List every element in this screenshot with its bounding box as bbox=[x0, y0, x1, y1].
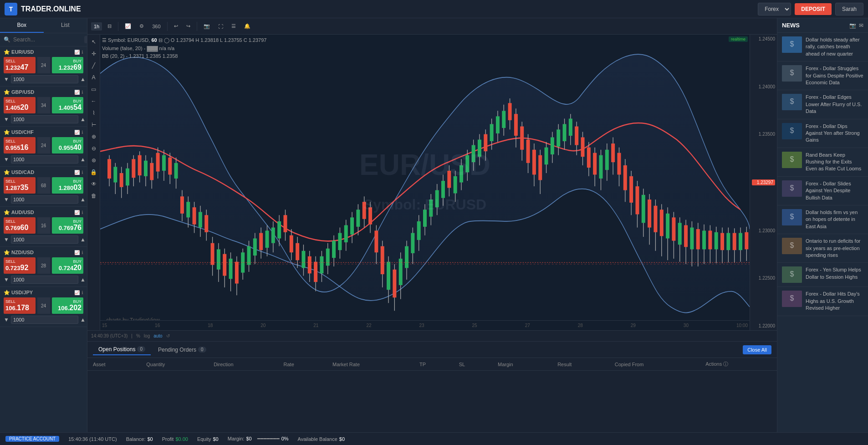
pair-chart-icon[interactable]: 📈 bbox=[74, 290, 80, 295]
qty-input-USDCHF[interactable] bbox=[11, 155, 78, 164]
qty-input-AUDUSD[interactable] bbox=[11, 235, 78, 244]
filter-button[interactable]: All bbox=[84, 36, 87, 43]
qty-up[interactable]: ▲ bbox=[80, 76, 86, 82]
toolbar-undo[interactable]: ↩ bbox=[171, 22, 181, 31]
spread-USDCHF[interactable]: 24 bbox=[37, 137, 50, 153]
pair-chart-icon[interactable]: 📈 bbox=[74, 90, 80, 95]
qty-down[interactable]: ▼ bbox=[4, 156, 9, 163]
qty-input-GBPUSD[interactable] bbox=[11, 115, 78, 123]
toolbar-screenshot[interactable]: 📷 bbox=[201, 22, 213, 31]
draw-line[interactable]: ╱ bbox=[88, 60, 99, 71]
news-item[interactable]: $ Forex - Dollar Dips Against Yen after … bbox=[777, 119, 868, 148]
pair-chart-icon[interactable]: 📈 bbox=[74, 130, 80, 135]
news-item[interactable]: $ Forex - Dollar Slides Against Yen Desp… bbox=[777, 177, 868, 205]
spread-NZDUSD[interactable]: 28 bbox=[37, 257, 50, 274]
pair-chart-icon[interactable]: 📈 bbox=[74, 250, 80, 255]
spread-EURUSD[interactable]: 24 bbox=[37, 57, 50, 73]
camera-icon[interactable]: 📷 bbox=[849, 22, 856, 29]
buy-button-USDCHF[interactable]: BUY 0.95540 bbox=[52, 137, 84, 153]
buy-button-GBPUSD[interactable]: BUY 1.40554 bbox=[52, 97, 84, 113]
pair-chart-icon[interactable]: 📈 bbox=[74, 50, 80, 55]
spread-AUDUSD[interactable]: 16 bbox=[37, 217, 50, 234]
close-all-button[interactable]: Close All bbox=[743, 345, 771, 354]
sell-button-EURUSD[interactable]: SELL 1.23247 bbox=[4, 57, 36, 73]
pair-info-icon[interactable]: ℹ bbox=[82, 210, 83, 215]
toolbar-fullscreen[interactable]: ⛶ bbox=[215, 22, 226, 31]
draw-crosshair[interactable]: ✛ bbox=[88, 48, 99, 59]
buy-button-USDCAD[interactable]: BUY 1.28003 bbox=[52, 177, 84, 194]
draw-zoom-in[interactable]: ⊕ bbox=[88, 131, 99, 142]
draw-arrow[interactable]: ← bbox=[88, 96, 99, 107]
tab-pending-orders[interactable]: Pending Orders 0 bbox=[153, 345, 212, 355]
buy-button-NZDUSD[interactable]: BUY 0.72420 bbox=[52, 257, 84, 274]
chart-reset[interactable]: ↺ bbox=[166, 333, 170, 338]
chart-auto-label[interactable]: auto bbox=[153, 333, 162, 338]
toolbar-candle-type[interactable]: ⊟ bbox=[105, 22, 114, 31]
pair-info-icon[interactable]: ℹ bbox=[82, 130, 83, 135]
sell-button-USDJPY[interactable]: SELL 106.178 bbox=[4, 297, 36, 314]
tab-list[interactable]: List bbox=[44, 18, 87, 33]
sell-button-AUDUSD[interactable]: SELL 0.76960 bbox=[4, 217, 36, 234]
news-item[interactable]: $ Forex - Dollar Hits Day's Highs as U.S… bbox=[777, 287, 868, 316]
spread-GBPUSD[interactable]: 34 bbox=[37, 97, 50, 113]
pair-info-icon[interactable]: ℹ bbox=[82, 170, 83, 175]
qty-down[interactable]: ▼ bbox=[4, 76, 9, 82]
qty-up[interactable]: ▲ bbox=[80, 156, 86, 163]
buy-button-AUDUSD[interactable]: BUY 0.76976 bbox=[52, 217, 84, 234]
qty-input-NZDUSD[interactable] bbox=[11, 276, 78, 284]
user-button[interactable]: Sarah bbox=[835, 3, 863, 15]
toolbar-settings[interactable]: ⚙ bbox=[137, 22, 147, 31]
qty-input-USDCAD[interactable] bbox=[11, 195, 78, 204]
qty-down[interactable]: ▼ bbox=[4, 236, 9, 243]
buy-button-USDJPY[interactable]: BUY 106.202 bbox=[52, 297, 84, 314]
sell-button-GBPUSD[interactable]: SELL 1.40520 bbox=[4, 97, 36, 113]
pair-info-icon[interactable]: ℹ bbox=[82, 90, 83, 95]
spread-USDJPY[interactable]: 24 bbox=[37, 297, 50, 314]
mail-icon[interactable]: ✉ bbox=[859, 22, 863, 29]
price-chart[interactable]: charts by TradingView bbox=[100, 35, 750, 330]
tab-box[interactable]: Box bbox=[0, 18, 44, 33]
toolbar-zoom[interactable]: 360 bbox=[149, 22, 163, 31]
pair-info-icon[interactable]: ℹ bbox=[82, 50, 83, 55]
qty-down[interactable]: ▼ bbox=[4, 276, 9, 283]
deposit-button[interactable]: DEPOSIT bbox=[795, 3, 832, 15]
chart-canvas[interactable]: ☰ Symbol: EURUSD, 60 ⊟ ◯ O 1.23794 H 1.2… bbox=[100, 35, 750, 330]
news-item[interactable]: $ Forex - Dollar Edges Lower After Flurr… bbox=[777, 90, 868, 119]
qty-up[interactable]: ▲ bbox=[80, 116, 86, 123]
toolbar-redo[interactable]: ↪ bbox=[184, 22, 193, 31]
toolbar-alert[interactable]: 🔔 bbox=[241, 22, 253, 31]
qty-up[interactable]: ▲ bbox=[80, 276, 86, 283]
draw-delete[interactable]: 🗑 bbox=[88, 190, 99, 201]
market-selector[interactable]: Forex bbox=[758, 3, 791, 15]
pair-chart-icon[interactable]: 📈 bbox=[74, 170, 80, 175]
draw-measure[interactable]: ⊢ bbox=[88, 119, 99, 130]
qty-up[interactable]: ▲ bbox=[80, 317, 86, 323]
search-input[interactable] bbox=[13, 36, 82, 43]
draw-shapes[interactable]: ▭ bbox=[88, 84, 99, 95]
toolbar-template[interactable]: ☰ bbox=[229, 22, 239, 31]
pair-info-icon[interactable]: ℹ bbox=[82, 250, 83, 255]
draw-visible[interactable]: 👁 bbox=[88, 179, 99, 189]
sell-button-NZDUSD[interactable]: SELL 0.72392 bbox=[4, 257, 36, 274]
news-item[interactable]: $ Forex - Dollar Struggles for Gains Des… bbox=[777, 61, 868, 90]
qty-input-USDJPY[interactable] bbox=[11, 316, 78, 324]
draw-text[interactable]: A bbox=[88, 72, 99, 83]
draw-fibonacci[interactable]: ⌇ bbox=[88, 107, 99, 118]
qty-up[interactable]: ▲ bbox=[80, 196, 86, 203]
news-item[interactable]: $ Rand Bears Keep Rushing for the Exits … bbox=[777, 148, 868, 177]
sell-button-USDCHF[interactable]: SELL 0.95516 bbox=[4, 137, 36, 153]
news-item[interactable]: $ Dollar holds firm vs yen on hopes of d… bbox=[777, 205, 868, 234]
toolbar-indicators[interactable]: 📈 bbox=[122, 22, 134, 31]
pair-chart-icon[interactable]: 📈 bbox=[74, 210, 80, 215]
qty-up[interactable]: ▲ bbox=[80, 236, 86, 243]
draw-magnet[interactable]: ⊛ bbox=[88, 155, 99, 166]
spread-USDCAD[interactable]: 68 bbox=[37, 177, 50, 194]
news-item[interactable]: $ Ontario to run deficits for six years … bbox=[777, 234, 868, 263]
timeframe-1h[interactable]: 1h bbox=[91, 22, 102, 31]
draw-zoom-out[interactable]: ⊖ bbox=[88, 143, 99, 154]
draw-cursor[interactable]: ↖ bbox=[88, 36, 99, 47]
qty-input-EURUSD[interactable] bbox=[11, 75, 78, 83]
sell-button-USDCAD[interactable]: SELL 1.28735 bbox=[4, 177, 36, 194]
qty-down[interactable]: ▼ bbox=[4, 116, 9, 123]
draw-lock[interactable]: 🔒 bbox=[88, 167, 99, 178]
